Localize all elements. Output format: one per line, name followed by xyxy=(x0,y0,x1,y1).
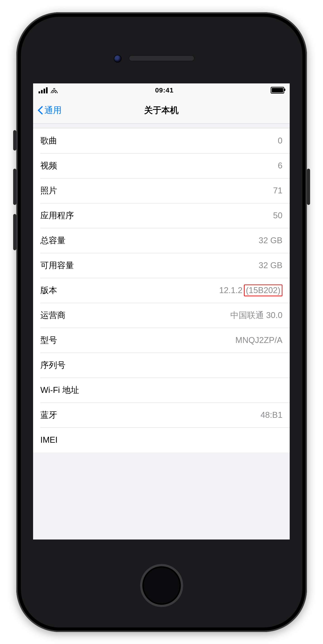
home-button[interactable] xyxy=(140,564,183,607)
row-videos[interactable]: 视频 6 xyxy=(33,153,290,178)
mute-switch xyxy=(13,130,16,150)
row-value: 6 xyxy=(278,161,282,170)
volume-down-button xyxy=(13,214,16,250)
row-label: IMEI xyxy=(40,435,58,445)
back-button[interactable]: 通用 xyxy=(35,97,64,123)
row-label: 歌曲 xyxy=(40,135,57,146)
row-value: 71 xyxy=(273,186,282,196)
row-label: 蓝牙 xyxy=(40,410,57,421)
row-total-capacity[interactable]: 总容量 32 GB xyxy=(33,228,290,253)
row-value: MNQJ2ZP/A xyxy=(235,336,282,345)
screen: 09:41 通用 关于本机 歌曲 0 视频 6 xyxy=(33,84,290,540)
row-value: 48:B1 xyxy=(260,410,282,420)
status-bar: 09:41 xyxy=(33,84,290,97)
row-bluetooth[interactable]: 蓝牙 48:B1 xyxy=(33,402,290,428)
row-label: 总容量 xyxy=(40,235,66,246)
chevron-left-icon xyxy=(38,106,44,114)
row-serial[interactable]: 序列号 xyxy=(33,353,290,378)
power-button xyxy=(307,169,310,205)
row-label: 版本 xyxy=(40,285,57,296)
row-label: 运营商 xyxy=(40,310,66,321)
row-label: 可用容量 xyxy=(40,260,74,271)
row-label: 型号 xyxy=(40,334,57,346)
row-label: 照片 xyxy=(40,185,57,196)
status-time: 09:41 xyxy=(155,86,174,94)
row-value: 32 GB xyxy=(259,261,282,270)
row-available-capacity[interactable]: 可用容量 32 GB xyxy=(33,253,290,278)
device-frame: 09:41 通用 关于本机 歌曲 0 视频 6 xyxy=(16,12,307,632)
back-label: 通用 xyxy=(44,104,62,116)
row-version[interactable]: 版本 12.1.2 (15B202) xyxy=(33,278,290,303)
row-label: 视频 xyxy=(40,160,57,171)
volume-up-button xyxy=(13,169,16,205)
row-label: Wi-Fi 地址 xyxy=(40,384,79,396)
row-value: 32 GB xyxy=(259,236,282,245)
row-model[interactable]: 型号 MNQJ2ZP/A xyxy=(33,328,290,353)
row-songs[interactable]: 歌曲 0 xyxy=(33,128,290,153)
row-value: 12.1.2 (15B202) xyxy=(219,284,282,296)
row-carrier[interactable]: 运营商 中国联通 30.0 xyxy=(33,303,290,328)
row-wifi-address[interactable]: Wi-Fi 地址 xyxy=(33,378,290,402)
row-photos[interactable]: 照片 71 xyxy=(33,178,290,203)
row-label: 应用程序 xyxy=(40,210,74,221)
row-value: 50 xyxy=(273,211,282,220)
navigation-bar: 通用 关于本机 xyxy=(33,97,290,124)
earpiece-speaker xyxy=(129,55,194,61)
cellular-signal-icon xyxy=(38,87,48,94)
front-camera xyxy=(114,55,122,62)
row-value: 中国联通 30.0 xyxy=(230,310,282,321)
wifi-icon xyxy=(50,87,58,93)
page-title: 关于本机 xyxy=(144,104,178,116)
version-number: 12.1.2 xyxy=(219,286,242,295)
about-list: 歌曲 0 视频 6 照片 71 应用程序 50 总容量 32 GB xyxy=(33,128,290,452)
row-label: 序列号 xyxy=(40,360,66,371)
build-number-highlight: (15B202) xyxy=(244,284,282,296)
battery-icon xyxy=(271,87,284,94)
row-apps[interactable]: 应用程序 50 xyxy=(33,203,290,228)
row-imei[interactable]: IMEI xyxy=(33,428,290,452)
row-value: 0 xyxy=(278,136,282,146)
